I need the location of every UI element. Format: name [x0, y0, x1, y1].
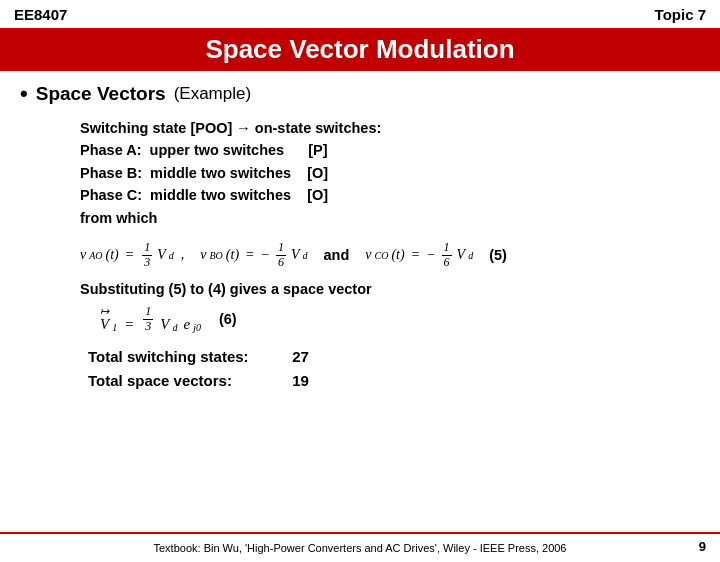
footer-text: Textbook: Bin Wu, 'High-Power Converters… — [0, 542, 720, 554]
slide-title: Space Vector Modulation — [0, 28, 720, 71]
slide: EE8407 Topic 7 Space Vector Modulation •… — [0, 0, 720, 562]
bullet-sub: (Example) — [174, 84, 251, 104]
totals-block: Total switching states: 27 Total space v… — [88, 345, 700, 393]
total-vectors: Total space vectors: 19 — [88, 369, 700, 393]
formula-v1: ↦ V 1 = 13 Vd ej0 — [100, 305, 201, 333]
bullet-heading: • Space Vectors (Example) — [20, 81, 700, 107]
switch-line-2: Phase A: upper two switches [P] — [80, 139, 700, 161]
bullet-icon: • — [20, 81, 28, 107]
footer-line — [0, 532, 720, 534]
formula-vao: vAO (t) = 13 Vd , — [80, 241, 184, 268]
formula6-row: ↦ V 1 = 13 Vd ej0 (6) — [100, 305, 700, 333]
formula-vco: vCO (t) = − 16 Vd — [365, 241, 473, 268]
total-vectors-label: Total space vectors: — [88, 369, 288, 393]
subst-line: Substituting (5) to (4) gives a space ve… — [80, 281, 700, 297]
content: • Space Vectors (Example) Switching stat… — [0, 71, 720, 393]
switch-line-5: from which — [80, 207, 700, 229]
total-switching-value: 27 — [292, 348, 309, 365]
total-switching-label: Total switching states: — [88, 345, 288, 369]
total-vectors-value: 19 — [292, 372, 309, 389]
formula6-number: (6) — [219, 311, 237, 327]
header: EE8407 Topic 7 — [0, 0, 720, 6]
switch-line-4: Phase C: middle two switches [O] — [80, 184, 700, 206]
topic-label: Topic 7 — [655, 6, 706, 23]
switch-line-1: Switching state [POO] → on-state switche… — [80, 117, 700, 139]
formula5-number: (5) — [489, 247, 507, 263]
and-label: and — [324, 247, 350, 263]
formula-row-5: vAO (t) = 13 Vd , vBO (t) = − 16 Vd and … — [80, 241, 700, 268]
page-number: 9 — [699, 539, 706, 554]
switching-block: Switching state [POO] → on-state switche… — [80, 117, 700, 229]
formula-vbo: vBO (t) = − 16 Vd — [200, 241, 307, 268]
total-switching: Total switching states: 27 — [88, 345, 700, 369]
course-code: EE8407 — [14, 6, 67, 23]
bullet-main: Space Vectors — [36, 83, 166, 105]
switch-line-3: Phase B: middle two switches [O] — [80, 162, 700, 184]
